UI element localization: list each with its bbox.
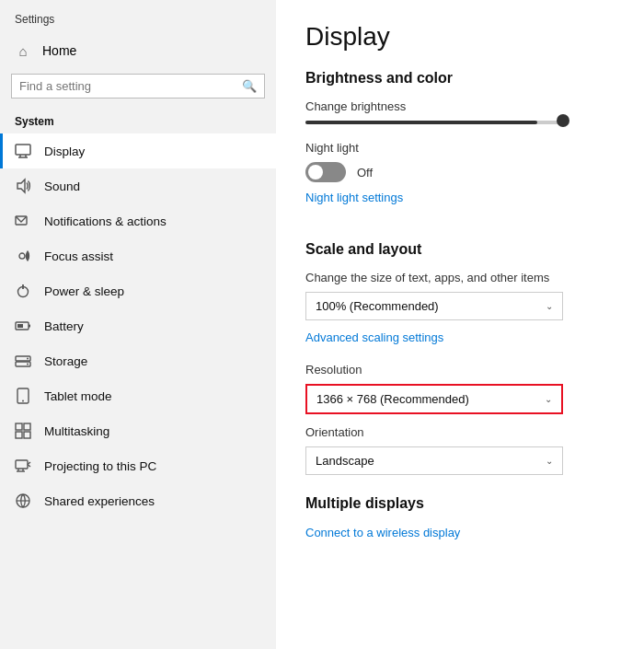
connect-wireless-link[interactable]: Connect to a wireless display — [305, 526, 460, 539]
multiple-displays-section: Multiple displays Connect to a wireless … — [305, 495, 615, 558]
display-label: Display — [44, 145, 85, 158]
sound-label: Sound — [44, 180, 80, 193]
storage-label: Storage — [44, 354, 87, 368]
tablet-label: Tablet mode — [44, 389, 112, 403]
svg-rect-18 — [16, 423, 22, 430]
notifications-icon — [15, 213, 31, 229]
svg-rect-10 — [29, 325, 30, 328]
home-nav-item[interactable]: ⌂ Home — [0, 33, 276, 68]
projecting-label: Projecting to this PC — [44, 459, 156, 473]
svg-rect-11 — [17, 324, 23, 328]
orientation-dropdown-chevron: ⌄ — [546, 456, 553, 466]
svg-rect-0 — [16, 145, 30, 155]
app-title: Settings — [0, 0, 276, 33]
orientation-dropdown[interactable]: Landscape ⌄ — [305, 446, 563, 475]
orientation-dropdown-value: Landscape — [316, 454, 374, 468]
svg-rect-22 — [16, 460, 28, 469]
search-input[interactable] — [19, 79, 236, 93]
search-box[interactable]: 🔍 — [11, 74, 265, 99]
shared-icon — [15, 493, 31, 509]
sidebar-item-power[interactable]: Power & sleep — [0, 273, 276, 308]
night-light-toggle[interactable] — [305, 162, 346, 182]
resolution-dropdown-value: 1366 × 768 (Recommended) — [316, 392, 469, 406]
orientation-dropdown-container: Landscape ⌄ — [305, 446, 563, 475]
sidebar-item-tablet[interactable]: Tablet mode — [0, 378, 276, 413]
brightness-heading: Brightness and color — [305, 70, 615, 87]
home-label: Home — [42, 43, 76, 58]
svg-point-17 — [22, 400, 24, 402]
sidebar-item-battery[interactable]: Battery — [0, 308, 276, 343]
brightness-section: Brightness and color Change brightness N… — [305, 70, 615, 223]
page-title: Display — [305, 22, 615, 52]
brightness-label: Change brightness — [305, 99, 615, 113]
sound-icon — [15, 178, 31, 194]
focus-icon — [15, 248, 31, 264]
scale-dropdown-container: 100% (Recommended) ⌄ — [305, 292, 563, 320]
shared-label: Shared experiences — [44, 494, 155, 508]
svg-marker-4 — [17, 180, 25, 192]
night-light-toggle-row: Off — [305, 162, 615, 182]
sidebar-item-storage[interactable]: Storage — [0, 343, 276, 378]
svg-point-14 — [27, 358, 29, 360]
multiple-displays-heading: Multiple displays — [305, 495, 615, 512]
brightness-slider-track[interactable] — [305, 121, 563, 124]
sidebar: Settings ⌂ Home 🔍 System Display So — [0, 0, 276, 649]
scale-dropdown-value: 100% (Recommended) — [316, 299, 439, 313]
main-content: Display Brightness and color Change brig… — [276, 0, 644, 649]
sidebar-item-focus[interactable]: Focus assist — [0, 238, 276, 273]
search-icon: 🔍 — [242, 79, 257, 93]
home-icon: ⌂ — [15, 42, 31, 59]
sidebar-item-projecting[interactable]: Projecting to this PC — [0, 448, 276, 483]
scale-heading: Scale and layout — [305, 241, 615, 258]
svg-point-6 — [19, 253, 25, 259]
sidebar-item-display[interactable]: Display — [0, 133, 276, 168]
sidebar-item-notifications[interactable]: Notifications & actions — [0, 203, 276, 238]
night-light-section: Night light Off Night light settings — [305, 141, 615, 223]
orientation-label: Orientation — [305, 425, 615, 439]
resolution-dropdown[interactable]: 1366 × 768 (Recommended) ⌄ — [305, 384, 563, 414]
resolution-dropdown-container: 1366 × 768 (Recommended) ⌄ — [305, 384, 563, 414]
night-light-label: Night light — [305, 141, 615, 155]
sidebar-item-sound[interactable]: Sound — [0, 168, 276, 203]
toggle-knob — [308, 165, 323, 180]
focus-label: Focus assist — [44, 249, 113, 263]
power-icon — [15, 283, 31, 299]
scale-dropdown-chevron: ⌄ — [546, 301, 553, 311]
sidebar-item-multitasking[interactable]: Multitasking — [0, 413, 276, 448]
night-light-settings-link[interactable]: Night light settings — [305, 191, 403, 204]
brightness-slider-fill — [305, 121, 537, 124]
night-light-state: Off — [357, 166, 373, 180]
svg-point-15 — [27, 364, 29, 365]
battery-icon — [15, 318, 31, 334]
scale-section: Scale and layout Change the size of text… — [305, 241, 615, 475]
scale-label: Change the size of text, apps, and other… — [305, 271, 615, 284]
sidebar-item-shared[interactable]: Shared experiences — [0, 483, 276, 518]
notifications-label: Notifications & actions — [44, 214, 167, 228]
battery-label: Battery — [44, 319, 84, 333]
scale-dropdown[interactable]: 100% (Recommended) ⌄ — [305, 292, 563, 320]
brightness-slider-container[interactable] — [305, 121, 615, 124]
multitasking-icon — [15, 423, 31, 439]
svg-rect-21 — [24, 432, 30, 438]
brightness-slider-thumb[interactable] — [557, 114, 569, 127]
multitasking-label: Multitasking — [44, 424, 109, 438]
resolution-dropdown-chevron: ⌄ — [545, 394, 552, 404]
display-icon — [15, 143, 31, 159]
svg-rect-19 — [24, 423, 30, 430]
storage-icon — [15, 353, 31, 369]
power-label: Power & sleep — [44, 284, 124, 298]
tablet-icon — [15, 388, 31, 404]
system-section-label: System — [0, 108, 276, 133]
svg-rect-20 — [16, 432, 22, 438]
projecting-icon — [15, 458, 31, 474]
advanced-scaling-link[interactable]: Advanced scaling settings — [305, 330, 443, 344]
resolution-label: Resolution — [305, 363, 615, 377]
